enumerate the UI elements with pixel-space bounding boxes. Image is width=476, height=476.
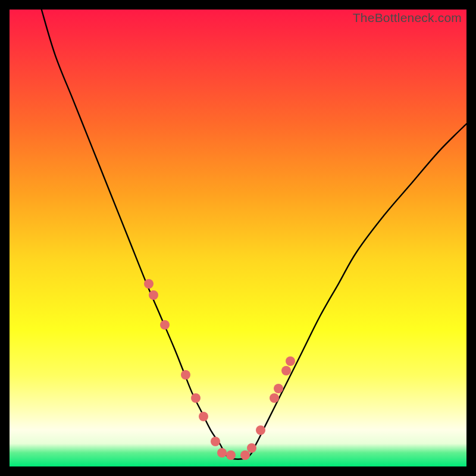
plot-area: TheBottleneck.com: [10, 10, 466, 466]
data-marker: [181, 370, 190, 380]
chart-frame: TheBottleneck.com: [0, 0, 476, 476]
bottleneck-curve: [10, 10, 466, 466]
data-marker: [211, 437, 220, 446]
data-marker: [281, 366, 291, 375]
data-marker: [149, 290, 158, 300]
data-marker: [270, 393, 279, 403]
data-marker: [274, 384, 283, 393]
data-marker: [226, 450, 236, 460]
data-marker: [144, 279, 154, 289]
data-marker: [247, 443, 256, 453]
data-marker: [191, 393, 201, 403]
data-marker: [199, 412, 208, 421]
data-marker: [160, 320, 170, 330]
data-marker: [286, 356, 295, 366]
data-marker: [256, 425, 265, 435]
data-marker: [217, 448, 227, 458]
